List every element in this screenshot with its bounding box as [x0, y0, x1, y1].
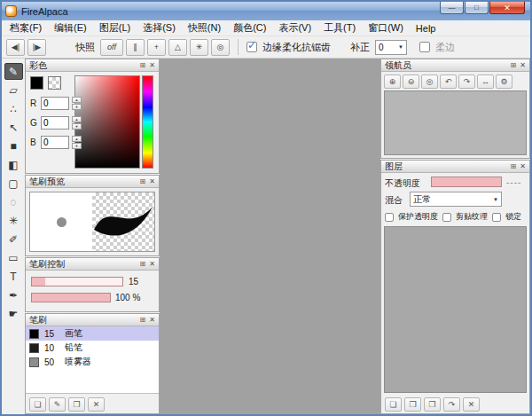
brush-control-float-icon[interactable]: ⊞	[140, 260, 146, 268]
snap-circle-icon[interactable]: ◎	[211, 39, 230, 56]
text-tool[interactable]: T	[4, 268, 23, 285]
canvas-area[interactable]	[160, 59, 380, 414]
duplicate-layer-icon[interactable]: ❐	[424, 397, 441, 412]
layers-list[interactable]	[384, 226, 527, 393]
brush-control-close-icon[interactable]: ✕	[149, 260, 155, 268]
brush-preview-close-icon[interactable]: ✕	[149, 177, 155, 185]
rotate-ccw-icon[interactable]: ↶	[440, 75, 457, 89]
navigator-float-icon[interactable]: ⊞	[511, 61, 517, 69]
brush-list-item-pen[interactable]: 15 画笔	[26, 326, 159, 341]
hue-bar[interactable]	[142, 75, 153, 169]
brush-tip-preview	[57, 217, 66, 227]
menu-color[interactable]: 颜色(C)	[227, 20, 272, 36]
saturation-value-picker[interactable]	[74, 75, 140, 169]
delete-layer-icon[interactable]: ✕	[463, 397, 480, 412]
brush-panel-float-icon[interactable]: ⊞	[140, 316, 146, 324]
red-value-input[interactable]	[41, 97, 69, 110]
close-button[interactable]: ✕	[489, 2, 525, 14]
spin-up-icon[interactable]: ▲	[72, 116, 82, 122]
zoom-reset-icon[interactable]: ◎	[421, 75, 438, 89]
transparent-color-swatch[interactable]	[48, 76, 61, 90]
spin-down-icon[interactable]: ▼	[72, 123, 82, 130]
menu-select[interactable]: 选择(S)	[137, 20, 182, 36]
menu-file[interactable]: 档案(F)	[4, 20, 48, 36]
rotate-cw-icon[interactable]: ↷	[458, 75, 475, 89]
brush-preview-float-icon[interactable]: ⊞	[140, 177, 146, 185]
navigator-close-icon[interactable]: ✕	[520, 61, 526, 69]
snap-radial-icon[interactable]: ✳	[190, 39, 208, 56]
reset-view-icon[interactable]: ⚙	[496, 75, 512, 89]
menu-window[interactable]: 窗口(W)	[362, 20, 410, 36]
menu-snap[interactable]: 快照(N)	[182, 20, 227, 36]
brush-panel-close-icon[interactable]: ✕	[149, 316, 155, 324]
brush-list-item-pencil[interactable]: 10 铅笔	[26, 341, 159, 355]
spin-up-icon[interactable]: ▲	[72, 136, 82, 142]
eyedropper-tool[interactable]: ✒	[4, 286, 23, 303]
prev-snapshot-button[interactable]: ◀|	[6, 39, 25, 56]
select-pen-tool[interactable]: ✐	[4, 231, 23, 247]
correction-dropdown[interactable]: 0 ▼	[375, 40, 407, 55]
eraser-tool[interactable]: ▱	[4, 82, 23, 98]
brush-size-slider[interactable]	[31, 277, 123, 286]
color-panel-float-icon[interactable]: ⊞	[140, 61, 146, 69]
add-brush-icon[interactable]: ❏	[29, 397, 46, 412]
zoom-out-icon[interactable]: ⊖	[403, 75, 419, 89]
correction-value: 0	[379, 43, 393, 52]
foreground-color-swatch[interactable]	[30, 76, 43, 90]
opacity-slider[interactable]	[431, 177, 502, 187]
snap-off-button[interactable]: off	[100, 39, 123, 56]
navigator-preview[interactable]	[384, 90, 527, 155]
delete-brush-icon[interactable]: ✕	[88, 397, 105, 412]
menu-tools[interactable]: 工具(T)	[317, 20, 362, 36]
protect-alpha-checkbox[interactable]	[385, 213, 394, 222]
layers-close-icon[interactable]: ✕	[520, 162, 526, 170]
select-eraser-tool[interactable]: ▭	[4, 249, 23, 266]
merge-layer-icon[interactable]: ↷	[443, 397, 460, 412]
snap-vanishing-icon[interactable]: △	[168, 39, 187, 56]
dot-tool[interactable]: ∴	[4, 100, 23, 117]
blue-value-input[interactable]	[41, 136, 69, 149]
title-bar[interactable]: FireAlpaca — □ ✕	[2, 2, 530, 20]
next-snapshot-button[interactable]: |▶	[27, 39, 46, 56]
fill-tool[interactable]: ■	[4, 137, 23, 154]
layers-float-icon[interactable]: ⊞	[511, 162, 517, 170]
minimize-button[interactable]: —	[440, 2, 464, 14]
spin-down-icon[interactable]: ▼	[72, 104, 82, 110]
hand-tool[interactable]: ☛	[4, 305, 23, 322]
soft-edge-checkbox[interactable]	[419, 42, 430, 52]
menu-help[interactable]: Help	[410, 21, 442, 35]
snap-parallel-icon[interactable]: ∥	[126, 39, 145, 56]
edit-brush-icon[interactable]: ✎	[49, 397, 66, 412]
lasso-tool[interactable]: ◌	[4, 193, 23, 210]
color-panel-header: 彩色 ⊞ ✕	[26, 59, 159, 72]
snapshot-label: 快照	[75, 41, 95, 54]
green-value-input[interactable]	[41, 116, 69, 130]
clipping-checkbox[interactable]	[442, 213, 451, 222]
pen-tool[interactable]: ✎	[4, 63, 23, 80]
brush-list-item-airbrush[interactable]: 50 喷雾器	[26, 355, 159, 369]
maximize-button[interactable]: □	[465, 2, 489, 14]
move-tool[interactable]: ↖	[4, 119, 23, 136]
spin-up-icon[interactable]: ▲	[72, 97, 82, 103]
magic-wand-tool[interactable]: ✳	[4, 212, 23, 229]
snap-cross-icon[interactable]: +	[147, 39, 166, 56]
opacity-value: ----	[506, 177, 521, 187]
brush-size-value: 15	[129, 277, 138, 286]
menu-edit[interactable]: 编辑(E)	[48, 20, 93, 36]
blend-mode-dropdown[interactable]: 正常 ▼	[410, 192, 502, 207]
menu-layer[interactable]: 图层(L)	[93, 20, 137, 36]
flip-horizontal-icon[interactable]: ↔	[477, 75, 494, 89]
select-tool[interactable]: ▢	[4, 175, 23, 192]
antialias-checkbox[interactable]	[246, 42, 257, 52]
zoom-in-icon[interactable]: ⊕	[384, 75, 401, 89]
color-panel-close-icon[interactable]: ✕	[149, 61, 155, 69]
add-layer-icon[interactable]: ❏	[385, 397, 402, 412]
brush-opacity-slider[interactable]	[31, 293, 111, 302]
spin-down-icon[interactable]: ▼	[72, 143, 82, 149]
gradient-tool[interactable]: ◧	[4, 156, 23, 173]
lock-checkbox[interactable]	[492, 213, 501, 222]
menu-view[interactable]: 表示(V)	[272, 20, 317, 36]
add-folder-icon[interactable]: ❒	[404, 397, 421, 412]
duplicate-brush-icon[interactable]: ❐	[68, 397, 85, 412]
toolbar-separator	[238, 39, 239, 55]
